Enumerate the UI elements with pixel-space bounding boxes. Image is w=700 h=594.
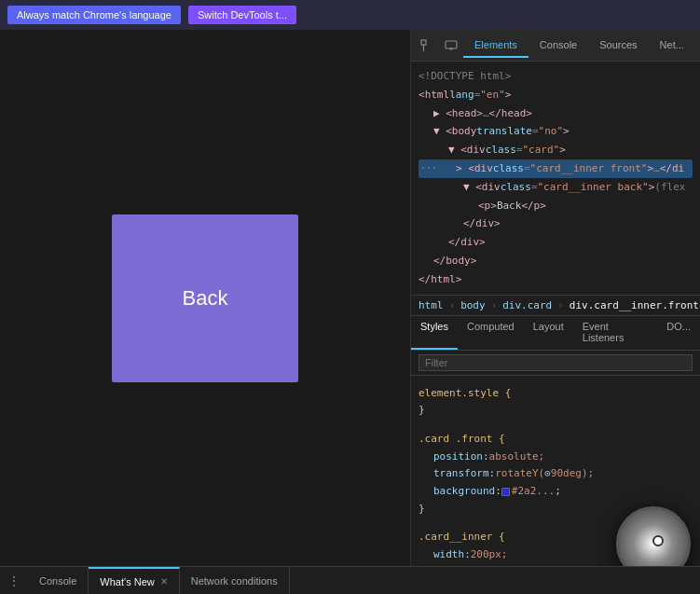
color-swatch-background[interactable] bbox=[501, 488, 510, 496]
tree-line-back[interactable]: ▼ <div class="card__inner back" > (flex bbox=[419, 178, 693, 197]
preview-panel: Back bbox=[0, 30, 410, 566]
css-prop-width[interactable]: width bbox=[433, 546, 464, 564]
breadcrumb-div-front[interactable]: div.card__inner.front bbox=[570, 299, 699, 311]
breadcrumb-body[interactable]: body bbox=[460, 299, 486, 311]
tree-line-doctype[interactable]: <!DOCTYPE html> bbox=[419, 67, 693, 86]
card-back-text: Back bbox=[183, 286, 228, 311]
devtools-tabs-bar: Elements Console Sources Net... bbox=[411, 30, 700, 62]
tree-line-close-html[interactable]: </html> bbox=[419, 270, 693, 289]
css-prop-position[interactable]: position bbox=[433, 449, 483, 466]
tree-line-html[interactable]: <html lang="en" > bbox=[419, 86, 693, 104]
switch-devtools-button[interactable]: Switch DevTools t... bbox=[188, 6, 296, 24]
tab-event-listeners[interactable]: Event Listeners bbox=[573, 316, 658, 350]
breadcrumb: html › body › div.card › div.card__inner… bbox=[411, 295, 700, 316]
tree-line-head[interactable]: ▶ <head>…</head> bbox=[419, 104, 693, 123]
devtools-panel: Elements Console Sources Net... <!DOCTYP… bbox=[410, 30, 700, 566]
bottom-tab-console[interactable]: Console bbox=[28, 567, 89, 594]
css-val-transform: rotateY( bbox=[495, 465, 544, 483]
top-banner: Always match Chrome's language Switch De… bbox=[0, 0, 700, 30]
bottom-tab-whats-new[interactable]: What's New ✕ bbox=[89, 567, 179, 594]
tab-console[interactable]: Console bbox=[528, 34, 588, 58]
tree-line-card[interactable]: ▼ <div class="card" > bbox=[419, 141, 693, 159]
network-conditions-label: Network conditions bbox=[191, 575, 278, 587]
tree-line-body[interactable]: ▼ <body translate="no" > bbox=[419, 122, 693, 141]
styles-tabs-bar: Styles Computed Layout Event Listeners D… bbox=[411, 316, 700, 351]
tree-line-front[interactable]: ··· > <div class="card__inner front" >…<… bbox=[419, 159, 693, 178]
console-tab-label: Console bbox=[39, 575, 76, 587]
filter-bar bbox=[411, 351, 700, 376]
bottom-tab-network-conditions[interactable]: Network conditions bbox=[180, 567, 290, 594]
css-selector-element[interactable]: element.style { bbox=[419, 385, 511, 403]
css-selector-card-inner[interactable]: .card__inner { bbox=[419, 529, 505, 546]
more-icon[interactable]: ⋮ bbox=[7, 573, 21, 588]
css-rule-card-front: .card .front { position : absolute; tran… bbox=[419, 425, 693, 518]
whats-new-label: What's New bbox=[100, 576, 154, 587]
bottom-bar: ⋮ Console What's New ✕ Network condition… bbox=[0, 566, 700, 594]
css-rules-panel: element.style { } .card .front { positio… bbox=[411, 376, 700, 566]
tree-line-close-body[interactable]: </body> bbox=[419, 252, 693, 270]
whats-new-close-icon[interactable]: ✕ bbox=[160, 576, 168, 587]
tree-line-p-back[interactable]: <p>Back</p> bbox=[419, 197, 693, 215]
css-prop-transform[interactable]: transform bbox=[433, 465, 489, 483]
tab-elements[interactable]: Elements bbox=[463, 34, 528, 58]
tree-line-close-div2[interactable]: </div> bbox=[419, 233, 693, 252]
html-tree: <!DOCTYPE html> <html lang="en" > ▶ <hea… bbox=[411, 62, 700, 295]
css-val-height: 200px; bbox=[476, 564, 514, 566]
filter-input[interactable] bbox=[419, 354, 693, 371]
bottom-left-icons: ⋮ bbox=[0, 567, 28, 594]
css-val-width: 200px; bbox=[471, 546, 508, 564]
card-preview: Back bbox=[112, 214, 298, 382]
css-prop-height[interactable]: height bbox=[433, 564, 471, 566]
tab-computed[interactable]: Computed bbox=[458, 316, 524, 350]
css-selector-card-front[interactable]: .card .front { bbox=[419, 431, 505, 449]
css-rule-element-style: element.style { } bbox=[419, 380, 693, 420]
css-val-position: absolute; bbox=[489, 449, 545, 466]
svg-rect-0 bbox=[421, 40, 426, 45]
tab-do[interactable]: DO... bbox=[657, 316, 700, 350]
color-picker-handle[interactable] bbox=[652, 535, 664, 546]
tab-network[interactable]: Net... bbox=[649, 34, 695, 58]
match-language-button[interactable]: Always match Chrome's language bbox=[7, 6, 181, 24]
tab-layout[interactable]: Layout bbox=[524, 316, 573, 350]
inspect-icon[interactable] bbox=[419, 37, 435, 54]
css-prop-background[interactable]: background bbox=[433, 483, 495, 501]
main-content: Back Elements Console Sources N bbox=[0, 30, 700, 566]
svg-rect-2 bbox=[446, 41, 457, 48]
tab-sources[interactable]: Sources bbox=[588, 34, 648, 58]
breadcrumb-html[interactable]: html bbox=[419, 299, 444, 311]
tab-styles[interactable]: Styles bbox=[411, 316, 458, 350]
tree-line-close-div1[interactable]: </div> bbox=[419, 214, 693, 233]
breadcrumb-div-card[interactable]: div.card bbox=[502, 299, 552, 311]
css-val-background: #2a2... bbox=[512, 483, 555, 501]
device-icon[interactable] bbox=[443, 37, 460, 54]
